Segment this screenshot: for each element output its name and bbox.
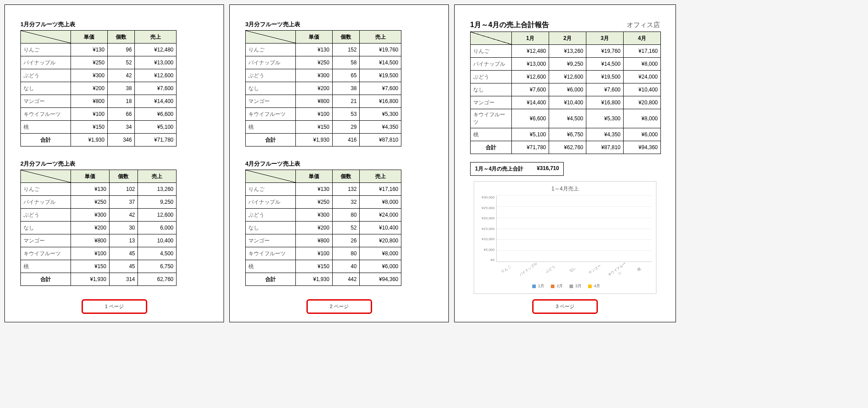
- cell-unit: ¥150: [296, 121, 333, 134]
- page2-tableB: 4月分フルーツ売上表 単価 個数 売上 りんご ¥130 132 ¥17,160…: [245, 160, 433, 286]
- table-row: 桃 ¥150 29 ¥4,350: [246, 121, 401, 134]
- page1-tableA: 1月分フルーツ売上表 単価 個数 売上 りんご ¥130 96 ¥12,480 …: [20, 20, 208, 147]
- cell-sales: ¥19,500: [360, 69, 401, 82]
- header-qty: 個数: [109, 170, 138, 183]
- cell-sales: ¥14,500: [360, 56, 401, 69]
- cell-qty: 26: [332, 234, 360, 247]
- ytick: ¥20,000: [479, 216, 495, 220]
- table-row: パイナップル ¥250 32 ¥8,000: [246, 196, 401, 209]
- cell-qty: 34: [107, 121, 135, 134]
- page2-tableA: 3月分フルーツ売上表 単価 個数 売上 りんご ¥130 152 ¥19,760…: [245, 20, 433, 147]
- legend-swatch: [532, 285, 536, 288]
- cell-name: マンゴー: [246, 95, 296, 108]
- header-blank: [471, 32, 512, 45]
- sales-table: 単価 個数 売上 りんご ¥130 152 ¥19,760 パイナップル ¥25…: [245, 30, 401, 147]
- cell-value: ¥7,600: [586, 83, 624, 96]
- cell-total-qty: 416: [332, 134, 360, 147]
- cell-qty: 37: [109, 196, 138, 209]
- cell-sales: ¥7,600: [135, 82, 177, 95]
- cell-name: キウイフルーツ: [21, 247, 71, 260]
- table-title: 1月分フルーツ売上表: [20, 20, 208, 28]
- cell-total-unit: ¥1,930: [71, 273, 110, 286]
- xlabel: なし: [562, 261, 586, 282]
- cell-value: ¥7,600: [512, 83, 549, 96]
- cell-value: ¥5,300: [586, 109, 624, 128]
- table-row: なし ¥200 52 ¥10,400: [246, 222, 401, 234]
- table-total-row: 合計¥71,780¥62,760¥87,810¥94,360: [471, 141, 661, 154]
- cell-value: ¥19,500: [586, 71, 624, 83]
- ytick: ¥10,000: [479, 237, 495, 241]
- cell-name: パイナップル: [471, 58, 512, 71]
- cell-qty: 80: [332, 209, 360, 222]
- summary-table: 1月2月3月4月りんご¥12,480¥13,260¥19,760¥17,160パ…: [470, 32, 661, 154]
- cell-value: ¥14,500: [586, 58, 624, 71]
- page-number-2: 2 ページ: [306, 299, 372, 314]
- cell-qty: 132: [332, 183, 360, 196]
- sales-table: 単価 個数 売上 りんご ¥130 132 ¥17,160 パイナップル ¥25…: [245, 170, 401, 286]
- cell-value: ¥19,760: [586, 45, 624, 58]
- header-unit: 単価: [71, 170, 110, 183]
- cell-unit: ¥300: [71, 209, 110, 222]
- header-blank: [21, 170, 71, 183]
- cell-total-value: ¥62,760: [549, 141, 586, 154]
- table-row: マンゴー¥14,400¥10,400¥16,800¥20,800: [471, 96, 661, 109]
- cell-unit: ¥100: [71, 247, 110, 260]
- header-blank: [21, 31, 71, 44]
- cell-unit: ¥250: [71, 56, 108, 69]
- cell-sales: ¥24,000: [360, 209, 401, 222]
- cell-sales: 12,600: [138, 209, 177, 222]
- cell-sales: ¥5,300: [360, 108, 401, 121]
- cell-value: ¥13,000: [512, 58, 549, 71]
- header-sales: 売上: [360, 170, 401, 183]
- cell-total-value: ¥94,360: [624, 141, 661, 154]
- cell-total-label: 合計: [21, 134, 71, 147]
- cell-value: ¥10,400: [549, 96, 586, 109]
- xlabel: 桃: [628, 261, 652, 282]
- cell-unit: ¥250: [71, 196, 110, 209]
- cell-qty: 38: [107, 82, 135, 95]
- cell-value: ¥13,260: [549, 45, 586, 58]
- table-row: ぶどう ¥300 42 ¥12,600: [21, 69, 177, 82]
- cell-qty: 42: [107, 69, 135, 82]
- cell-unit: ¥250: [296, 196, 333, 209]
- cell-name: りんご: [21, 44, 71, 56]
- cell-qty: 18: [107, 95, 135, 108]
- xlabel: りんご: [495, 261, 519, 282]
- cell-name: なし: [21, 222, 71, 234]
- xlabel: キウイフルーツ: [606, 261, 630, 282]
- cell-qty: 13: [109, 234, 138, 247]
- header-month: 1月: [512, 32, 549, 45]
- xlabel: ぶどう: [540, 261, 564, 282]
- table-row: なし ¥200 38 ¥7,600: [21, 82, 177, 95]
- cell-value: ¥10,400: [624, 83, 661, 96]
- cell-sales: ¥19,760: [360, 44, 401, 56]
- cell-unit: ¥130: [296, 183, 333, 196]
- cell-unit: ¥130: [71, 44, 108, 56]
- cell-sales: 13,260: [138, 183, 177, 196]
- ytick: ¥25,000: [479, 206, 495, 210]
- sales-table: 単価 個数 売上 りんご ¥130 96 ¥12,480 パイナップル ¥250…: [20, 30, 177, 147]
- legend-item: 1月: [530, 284, 544, 288]
- cell-sales: ¥6,000: [360, 260, 401, 273]
- cell-qty: 45: [109, 247, 138, 260]
- chart-legend: 1月2月3月4月: [479, 283, 652, 289]
- cell-name: 桃: [246, 121, 296, 134]
- cell-sales: ¥16,800: [360, 95, 401, 108]
- table-row: キウイフルーツ¥6,600¥4,500¥5,300¥8,000: [471, 109, 661, 128]
- header-sales: 売上: [135, 31, 177, 44]
- cell-unit: ¥200: [71, 222, 110, 234]
- chart-grid: [496, 195, 652, 262]
- cell-name: パイナップル: [246, 56, 296, 69]
- cell-sales: ¥6,600: [135, 108, 177, 121]
- cell-total-sales: ¥87,810: [360, 134, 401, 147]
- cell-name: キウイフルーツ: [471, 109, 512, 128]
- cell-qty: 53: [332, 108, 360, 121]
- chart-title: 1～4月売上: [479, 185, 652, 193]
- header-blank: [246, 170, 296, 183]
- cell-unit: ¥300: [296, 209, 333, 222]
- cell-total-value: ¥71,780: [512, 141, 549, 154]
- summary-title: 1月～4月の売上合計報告: [470, 20, 549, 30]
- grand-total-box: 1月～4月の売上合計 ¥316,710: [470, 162, 564, 176]
- table-title: 3月分フルーツ売上表: [245, 20, 433, 28]
- cell-value: ¥9,250: [549, 58, 586, 71]
